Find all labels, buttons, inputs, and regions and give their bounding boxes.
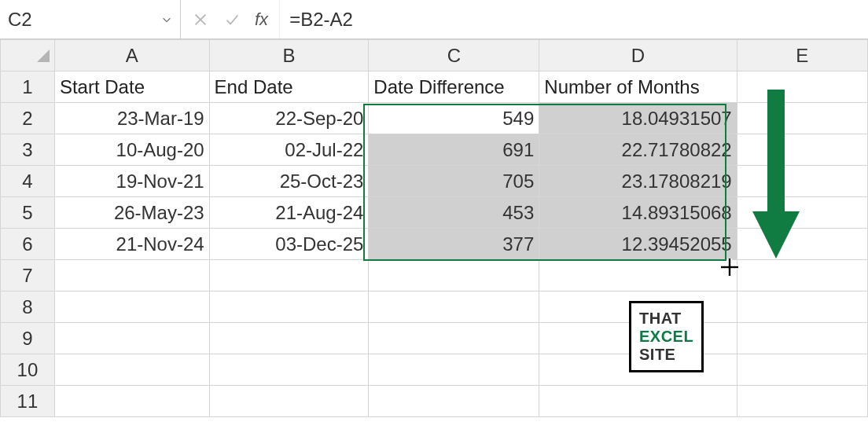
- cell[interactable]: [209, 354, 369, 386]
- cell[interactable]: 10-Aug-20: [54, 134, 209, 166]
- cell[interactable]: End Date: [209, 72, 369, 103]
- logo-line: EXCEL: [639, 328, 693, 346]
- name-box[interactable]: C2: [0, 0, 181, 38]
- cell[interactable]: 453: [369, 197, 539, 229]
- cell[interactable]: 14.89315068: [539, 197, 737, 229]
- cell[interactable]: [54, 260, 209, 292]
- cell[interactable]: [54, 323, 209, 354]
- formula-input[interactable]: =B2-A2: [280, 9, 868, 31]
- cell[interactable]: [737, 292, 867, 323]
- row-header[interactable]: 2: [1, 103, 55, 134]
- cell[interactable]: [737, 166, 867, 197]
- row-header[interactable]: 11: [1, 386, 55, 417]
- cell[interactable]: [737, 72, 867, 103]
- cell[interactable]: [737, 134, 867, 166]
- cell[interactable]: 377: [369, 229, 539, 260]
- cell[interactable]: 18.04931507: [539, 103, 737, 134]
- cell[interactable]: Date Difference: [369, 72, 539, 103]
- row-header[interactable]: 9: [1, 323, 55, 354]
- cancel-icon[interactable]: [192, 11, 209, 28]
- cell[interactable]: [369, 386, 539, 417]
- cell[interactable]: 02-Jul-22: [209, 134, 369, 166]
- cell[interactable]: [369, 260, 539, 292]
- cell[interactable]: 19-Nov-21: [54, 166, 209, 197]
- row-header[interactable]: 3: [1, 134, 55, 166]
- chevron-down-icon: [161, 14, 172, 25]
- col-header-A[interactable]: A: [54, 40, 209, 72]
- col-header-D[interactable]: D: [539, 40, 737, 72]
- cell[interactable]: 21-Nov-24: [54, 229, 209, 260]
- cell[interactable]: [539, 386, 737, 417]
- logo-line: THAT: [639, 310, 693, 328]
- cell[interactable]: [369, 292, 539, 323]
- cell[interactable]: 705: [369, 166, 539, 197]
- cell[interactable]: 12.39452055: [539, 229, 737, 260]
- formula-bar: C2 fx =B2-A2: [0, 0, 868, 39]
- sheet-table: A B C D E 1 Start Date End Date Date Dif…: [0, 39, 868, 417]
- cell[interactable]: Number of Months: [539, 72, 737, 103]
- cell[interactable]: [737, 354, 867, 386]
- cell[interactable]: 26-May-23: [54, 197, 209, 229]
- name-box-value: C2: [8, 9, 32, 31]
- fx-icon[interactable]: fx: [255, 9, 268, 30]
- formula-bar-buttons: fx: [181, 0, 280, 38]
- row-header[interactable]: 7: [1, 260, 55, 292]
- cell[interactable]: [54, 354, 209, 386]
- cell[interactable]: [737, 260, 867, 292]
- cell[interactable]: 23-Mar-19: [54, 103, 209, 134]
- cell[interactable]: [54, 292, 209, 323]
- cell[interactable]: [737, 386, 867, 417]
- row-header[interactable]: 6: [1, 229, 55, 260]
- cell[interactable]: 23.17808219: [539, 166, 737, 197]
- col-header-C[interactable]: C: [369, 40, 539, 72]
- cell[interactable]: [737, 103, 867, 134]
- cell[interactable]: [209, 323, 369, 354]
- cell[interactable]: [737, 229, 867, 260]
- cell[interactable]: [209, 292, 369, 323]
- cell[interactable]: Start Date: [54, 72, 209, 103]
- row-header[interactable]: 1: [1, 72, 55, 103]
- cell[interactable]: [54, 386, 209, 417]
- cell[interactable]: 25-Oct-23: [209, 166, 369, 197]
- logo-line: SITE: [639, 346, 693, 364]
- cell[interactable]: 22.71780822: [539, 134, 737, 166]
- cell[interactable]: [737, 197, 867, 229]
- svg-marker-2: [37, 50, 50, 62]
- col-header-E[interactable]: E: [737, 40, 867, 72]
- cell[interactable]: [369, 323, 539, 354]
- confirm-icon[interactable]: [223, 11, 241, 28]
- cell[interactable]: [369, 354, 539, 386]
- cell[interactable]: 03-Dec-25: [209, 229, 369, 260]
- row-header[interactable]: 10: [1, 354, 55, 386]
- cell[interactable]: [209, 260, 369, 292]
- select-all-corner[interactable]: [1, 40, 55, 72]
- row-header[interactable]: 4: [1, 166, 55, 197]
- cell[interactable]: [209, 386, 369, 417]
- row-header[interactable]: 5: [1, 197, 55, 229]
- cell[interactable]: [539, 260, 737, 292]
- cell[interactable]: 21-Aug-24: [209, 197, 369, 229]
- cell[interactable]: [737, 323, 867, 354]
- col-header-B[interactable]: B: [209, 40, 369, 72]
- spreadsheet-grid[interactable]: A B C D E 1 Start Date End Date Date Dif…: [0, 39, 868, 440]
- cell[interactable]: 22-Sep-20: [209, 103, 369, 134]
- row-header[interactable]: 8: [1, 292, 55, 323]
- cell[interactable]: 691: [369, 134, 539, 166]
- logo: THAT EXCEL SITE: [629, 301, 704, 372]
- cell-active[interactable]: 549: [369, 103, 539, 134]
